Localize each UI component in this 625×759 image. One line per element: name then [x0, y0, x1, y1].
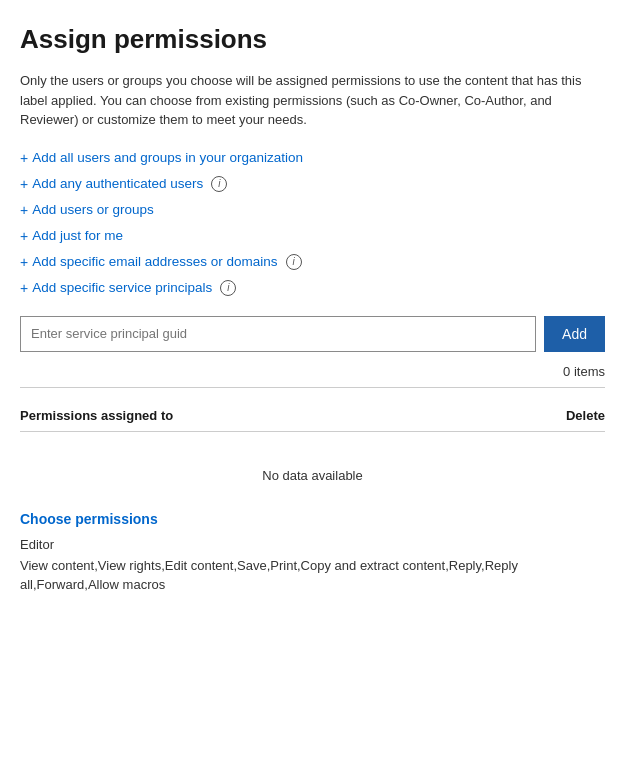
plus-icon: +	[20, 176, 28, 192]
permissions-role-label: Editor	[20, 537, 605, 552]
choose-permissions-link[interactable]: Choose permissions	[20, 511, 158, 527]
plus-icon: +	[20, 150, 28, 166]
no-data-message: No data available	[20, 448, 605, 507]
add-authenticated-link[interactable]: + Add any authenticated users i	[20, 176, 227, 192]
add-all-users-link[interactable]: + Add all users and groups in your organ…	[20, 150, 303, 166]
info-icon: i	[286, 254, 302, 270]
add-just-me-link[interactable]: + Add just for me	[20, 228, 123, 244]
plus-icon: +	[20, 280, 28, 296]
add-authenticated-label: Add any authenticated users	[32, 176, 203, 191]
add-all-users-label: Add all users and groups in your organiz…	[32, 150, 303, 165]
plus-icon: +	[20, 228, 28, 244]
col-assigned-to: Permissions assigned to	[20, 408, 173, 423]
divider	[20, 387, 605, 388]
add-users-groups-label: Add users or groups	[32, 202, 154, 217]
action-item-add-all-users: + Add all users and groups in your organ…	[20, 150, 605, 166]
permissions-section: Choose permissions Editor View content,V…	[20, 507, 605, 595]
table-header: Permissions assigned to Delete	[20, 400, 605, 432]
add-service-principals-label: Add specific service principals	[32, 280, 212, 295]
action-item-add-users-groups: + Add users or groups	[20, 202, 605, 218]
add-just-me-label: Add just for me	[32, 228, 123, 243]
add-email-domains-label: Add specific email addresses or domains	[32, 254, 277, 269]
action-item-add-just-me: + Add just for me	[20, 228, 605, 244]
plus-icon: +	[20, 254, 28, 270]
plus-icon: +	[20, 202, 28, 218]
add-service-principals-link[interactable]: + Add specific service principals i	[20, 280, 236, 296]
col-delete: Delete	[566, 408, 605, 423]
page-description: Only the users or groups you choose will…	[20, 71, 605, 130]
action-item-add-authenticated: + Add any authenticated users i	[20, 176, 605, 192]
items-count: 0 items	[20, 364, 605, 379]
add-users-groups-link[interactable]: + Add users or groups	[20, 202, 154, 218]
page-title: Assign permissions	[20, 24, 605, 55]
service-principal-row: Add	[20, 316, 605, 352]
add-email-domains-link[interactable]: + Add specific email addresses or domain…	[20, 254, 302, 270]
add-service-principal-button[interactable]: Add	[544, 316, 605, 352]
service-principal-input[interactable]	[20, 316, 536, 352]
action-item-add-service-principals: + Add specific service principals i	[20, 280, 605, 296]
action-list: + Add all users and groups in your organ…	[20, 150, 605, 296]
info-icon: i	[211, 176, 227, 192]
info-icon: i	[220, 280, 236, 296]
action-item-add-email-domains: + Add specific email addresses or domain…	[20, 254, 605, 270]
permissions-detail: View content,View rights,Edit content,Sa…	[20, 556, 605, 595]
